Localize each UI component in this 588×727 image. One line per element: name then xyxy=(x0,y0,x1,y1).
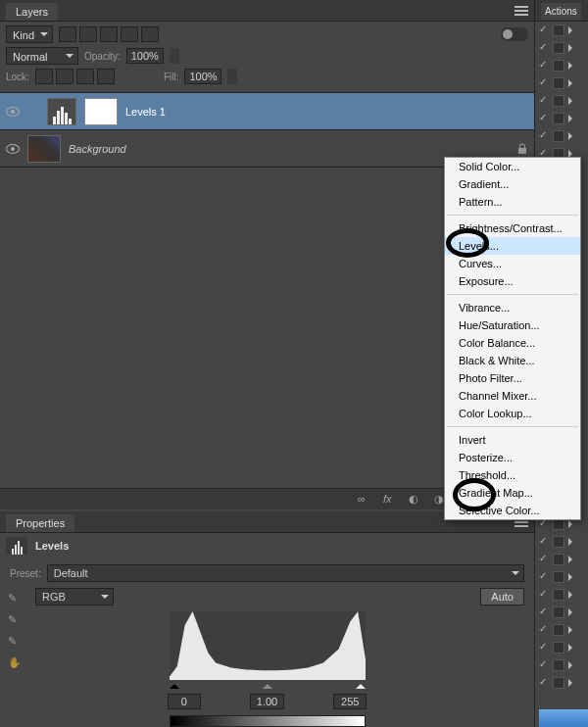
actions-row[interactable] xyxy=(535,586,588,604)
expand-arrow-icon[interactable] xyxy=(568,644,576,652)
action-dialog-icon[interactable] xyxy=(553,589,564,601)
mid-point-slider[interactable] xyxy=(263,679,272,689)
channel-dropdown[interactable]: RGB xyxy=(35,588,114,606)
layer-style-icon[interactable]: fx xyxy=(383,493,399,507)
action-dialog-icon[interactable] xyxy=(553,130,564,142)
filter-pixel-icon[interactable] xyxy=(59,26,76,42)
expand-arrow-icon[interactable] xyxy=(568,79,576,87)
action-check-icon[interactable] xyxy=(539,643,549,653)
expand-arrow-icon[interactable] xyxy=(568,62,576,70)
actions-row[interactable] xyxy=(535,568,588,586)
preset-dropdown[interactable]: Default xyxy=(47,564,524,582)
expand-arrow-icon[interactable] xyxy=(568,626,576,634)
action-dialog-icon[interactable] xyxy=(553,642,564,654)
action-dialog-icon[interactable] xyxy=(553,624,564,636)
filter-type-icon[interactable] xyxy=(100,26,118,42)
actions-row[interactable] xyxy=(535,127,588,145)
action-dialog-icon[interactable] xyxy=(553,95,564,107)
properties-tab[interactable]: Properties xyxy=(6,514,74,532)
menu-item[interactable]: Brightness/Contrast... xyxy=(445,219,580,237)
menu-item[interactable]: Pattern... xyxy=(445,193,580,211)
actions-row[interactable] xyxy=(535,551,588,568)
action-check-icon[interactable] xyxy=(539,131,549,141)
action-check-icon[interactable] xyxy=(539,660,549,670)
action-dialog-icon[interactable] xyxy=(553,42,564,54)
fill-field[interactable]: 100% xyxy=(184,69,221,84)
black-point-slider[interactable] xyxy=(170,679,179,689)
filter-adjustment-icon[interactable] xyxy=(79,26,97,42)
actions-row[interactable] xyxy=(535,621,588,639)
menu-item[interactable]: Threshold... xyxy=(445,466,580,484)
action-check-icon[interactable] xyxy=(539,537,549,547)
expand-arrow-icon[interactable] xyxy=(568,115,576,122)
action-dialog-icon[interactable] xyxy=(553,554,564,565)
actions-row[interactable] xyxy=(535,110,588,127)
layer-name[interactable]: Levels 1 xyxy=(125,106,166,118)
output-gradient[interactable] xyxy=(170,715,366,727)
menu-item[interactable]: Solid Color... xyxy=(445,158,580,175)
actions-row[interactable] xyxy=(535,39,588,57)
expand-arrow-icon[interactable] xyxy=(568,97,576,105)
expand-arrow-icon[interactable] xyxy=(568,591,576,599)
blend-mode-dropdown[interactable]: Normal xyxy=(6,47,78,65)
lock-icon[interactable] xyxy=(516,143,528,155)
actions-tab[interactable]: Actions xyxy=(541,3,581,20)
menu-item[interactable]: Gradient Map... xyxy=(445,484,580,502)
menu-item[interactable]: Selective Color... xyxy=(445,502,580,519)
action-check-icon[interactable] xyxy=(539,678,549,688)
menu-item[interactable]: Color Balance... xyxy=(445,334,580,352)
action-check-icon[interactable] xyxy=(539,625,549,635)
expand-arrow-icon[interactable] xyxy=(568,573,576,581)
menu-item[interactable]: Black & White... xyxy=(445,352,580,369)
input-sliders[interactable] xyxy=(170,682,366,692)
input-black-field[interactable]: 0 xyxy=(168,694,201,709)
actions-row[interactable] xyxy=(535,74,588,92)
menu-item[interactable]: Curves... xyxy=(445,255,580,272)
action-check-icon[interactable] xyxy=(539,590,549,600)
expand-arrow-icon[interactable] xyxy=(568,44,576,52)
filter-toggle[interactable] xyxy=(501,27,528,41)
expand-arrow-icon[interactable] xyxy=(568,556,576,563)
sample-icon[interactable]: ✋ xyxy=(8,656,24,670)
action-check-icon[interactable] xyxy=(539,607,549,617)
black-eyedropper-icon[interactable]: ✎ xyxy=(8,592,24,606)
visibility-eye-icon[interactable] xyxy=(6,107,20,117)
actions-row[interactable] xyxy=(535,533,588,551)
action-dialog-icon[interactable] xyxy=(553,113,564,124)
filter-shape-icon[interactable] xyxy=(121,26,138,42)
action-check-icon[interactable] xyxy=(539,114,549,123)
actions-row[interactable] xyxy=(535,604,588,621)
input-mid-field[interactable]: 1.00 xyxy=(250,694,284,709)
action-dialog-icon[interactable] xyxy=(553,677,564,689)
lock-position-icon[interactable] xyxy=(76,69,94,84)
action-check-icon[interactable] xyxy=(539,96,549,106)
action-check-icon[interactable] xyxy=(539,43,549,53)
action-dialog-icon[interactable] xyxy=(553,24,564,36)
expand-arrow-icon[interactable] xyxy=(568,538,576,546)
panel-menu-icon[interactable] xyxy=(514,6,528,16)
action-check-icon[interactable] xyxy=(539,519,549,529)
menu-item[interactable]: Gradient... xyxy=(445,175,580,193)
white-point-slider[interactable] xyxy=(356,679,366,689)
expand-arrow-icon[interactable] xyxy=(568,520,576,528)
opacity-field[interactable]: 100% xyxy=(126,48,164,64)
lock-pixels-icon[interactable] xyxy=(56,69,74,84)
gray-eyedropper-icon[interactable]: ✎ xyxy=(8,613,24,627)
expand-arrow-icon[interactable] xyxy=(568,679,576,687)
menu-item[interactable]: Invert xyxy=(445,431,580,449)
expand-arrow-icon[interactable] xyxy=(568,26,576,34)
layers-tab[interactable]: Layers xyxy=(6,3,58,21)
actions-row[interactable] xyxy=(535,92,588,110)
menu-item[interactable]: Photo Filter... xyxy=(445,369,580,387)
action-dialog-icon[interactable] xyxy=(553,659,564,671)
layer-name[interactable]: Background xyxy=(69,143,126,155)
actions-row[interactable] xyxy=(535,57,588,74)
auto-button[interactable]: Auto xyxy=(480,588,524,606)
menu-item[interactable]: Channel Mixer... xyxy=(445,387,580,405)
menu-item[interactable]: Color Lookup... xyxy=(445,405,580,422)
action-dialog-icon[interactable] xyxy=(553,536,564,548)
action-check-icon[interactable] xyxy=(539,78,549,88)
expand-arrow-icon[interactable] xyxy=(568,132,576,140)
actions-selected-row[interactable] xyxy=(539,709,588,727)
opacity-scrub-icon[interactable] xyxy=(170,48,179,64)
